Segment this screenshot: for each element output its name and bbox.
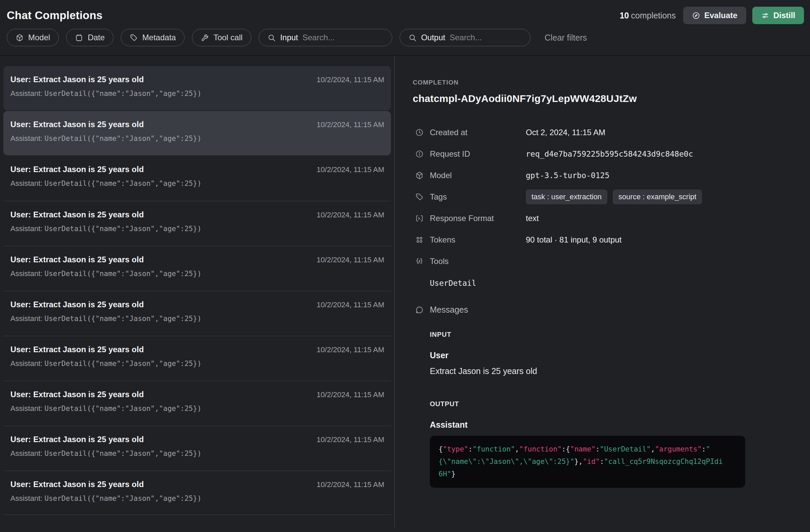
code-token-string: {\"name\":\"Jason\",\"age\":25}" [439,458,574,466]
cube-icon [415,171,424,180]
completion-section-label: COMPLETION [413,79,810,86]
clear-filters-button[interactable]: Clear filters [542,33,589,43]
output-search-label: Output [421,33,445,42]
completion-list-item[interactable]: User: Extract Jason is 25 years oldAssis… [3,381,391,425]
list-item-timestamp: 10/2/2024, 11:15 AM [317,390,384,399]
distill-button[interactable]: Distill [752,7,804,24]
list-item-text: User: Extract Jason is 25 years oldAssis… [11,120,201,143]
code-token-punct: : [596,445,600,453]
filter-tool-call[interactable]: Tool call [192,29,251,46]
detail-value: req_d4e7ba759225b595c584243d9c848e0c [526,150,810,158]
list-item-text: User: Extract Jason is 25 years oldAssis… [11,390,201,413]
filter-metadata[interactable]: Metadata [121,29,184,46]
info-icon [415,150,424,158]
assistant-code: UserDetail({"name":"Jason","age":25}) [44,360,201,368]
filter-model-label: Model [28,33,50,42]
messages-block: INPUT User Extract Jason is 25 years old… [430,331,810,488]
code-token-punct: }, [574,458,583,466]
detail-label: Request ID [430,149,521,159]
filter-bar: Model Date Metadata Tool call Input Outp… [0,26,810,55]
list-item-text: User: Extract Jason is 25 years oldAssis… [11,300,201,323]
list-item-assistant-line: Assistant: UserDetail({"name":"Jason","a… [11,179,201,188]
code-token-string: "UserDetail" [600,445,651,453]
detail-row-response-format: Response Formattext [415,207,810,229]
detail-value: text [526,214,810,223]
code-token-punct: :{ [562,445,570,453]
tag-chips: task : user_extractionsource : example_s… [526,189,810,204]
completion-list-item[interactable]: User: Extract Jason is 25 years oldAssis… [3,336,391,380]
list-item-timestamp: 10/2/2024, 11:15 AM [317,255,384,264]
completion-list-item[interactable]: User: Extract Jason is 25 years oldAssis… [3,246,391,290]
page-header: Chat Completions 10completions Evaluate … [0,0,810,56]
completion-list-item[interactable]: User: Extract Jason is 25 years oldAssis… [3,156,391,200]
completion-list-item[interactable]: User: Extract Jason is 25 years oldAssis… [3,111,391,155]
code-token-string: " [706,445,710,453]
list-item-timestamp: 10/2/2024, 11:15 AM [317,300,384,309]
list-item-text: User: Extract Jason is 25 years oldAssis… [11,210,201,233]
code-line: {"type":"function","function":{"name":"U… [439,443,736,455]
assistant-prefix: Assistant: [11,134,44,143]
filter-date[interactable]: Date [66,29,113,46]
list-item-timestamp: 10/2/2024, 11:15 AM [317,210,384,219]
completion-list-item[interactable]: User: Extract Jason is 25 years oldAssis… [3,291,391,335]
code-token-key: "id" [583,458,600,466]
list-item-user-line: User: Extract Jason is 25 years old [11,390,201,399]
sliders-icon [761,12,770,20]
completions-count: 10completions [620,11,676,20]
list-item-user-line: User: Extract Jason is 25 years old [11,480,201,489]
assistant-prefix: Assistant: [11,494,44,502]
tools-value: UserDetail [430,279,810,287]
detail-row-tools: Tools [415,251,810,272]
code-token-string: 6H" [439,470,451,478]
input-message-text: Extract Jason is 25 years old [430,366,810,376]
cube-icon [15,34,24,42]
output-search[interactable]: Output [400,29,531,46]
list-item-text: User: Extract Jason is 25 years oldAssis… [11,345,201,368]
tag-icon [130,34,138,42]
assistant-prefix: Assistant: [11,179,44,187]
completion-details: Created atOct 2, 2024, 11:15 AMRequest I… [415,122,810,287]
completion-list-item[interactable]: User: Extract Jason is 25 years oldAssis… [3,66,391,110]
code-token-key: "type" [443,445,468,453]
list-item-user-line: User: Extract Jason is 25 years old [11,120,201,129]
input-search[interactable]: Input [259,29,392,46]
assistant-code: UserDetail({"name":"Jason","age":25}) [44,270,201,278]
output-search-field[interactable] [450,33,522,42]
assistant-code: UserDetail({"name":"Jason","age":25}) [44,134,201,143]
code-token-key: "function" [519,445,561,453]
header-actions: 10completions Evaluate Distill [620,7,804,24]
completion-list-item[interactable]: User: Extract Jason is 25 years oldAssis… [3,471,391,515]
completion-list-item[interactable]: User: Extract Jason is 25 years oldAssis… [3,201,391,245]
detail-label: Created at [430,128,521,137]
tag-icon [415,193,424,201]
list-item-timestamp: 10/2/2024, 11:15 AM [317,165,384,174]
completions-list: User: Extract Jason is 25 years oldAssis… [0,66,394,515]
messages-icon [415,305,424,314]
tag-chip: source : example_script [613,189,702,204]
assistant-prefix: Assistant: [11,404,44,413]
filter-model[interactable]: Model [7,29,59,46]
completion-list-item[interactable]: User: Extract Jason is 25 years oldAssis… [3,426,391,470]
main-area: User: Extract Jason is 25 years oldAssis… [0,56,810,527]
assistant-prefix: Assistant: [11,314,44,323]
input-role: User [430,351,810,360]
completions-list-panel: User: Extract Jason is 25 years oldAssis… [0,56,394,527]
code-token-punct: , [515,445,519,453]
input-section-label: INPUT [430,331,810,338]
evaluate-button[interactable]: Evaluate [683,7,746,24]
list-item-timestamp: 10/2/2024, 11:15 AM [317,345,384,354]
list-item-text: User: Extract Jason is 25 years oldAssis… [11,165,201,188]
code-token-punct: , [651,445,655,453]
output-role: Assistant [430,420,810,430]
code-token-key: "name" [570,445,596,453]
code-line: 6H"} [439,468,736,480]
input-search-field[interactable] [302,33,384,42]
detail-value: 90 total · 81 input, 9 output [526,235,810,245]
list-item-assistant-line: Assistant: UserDetail({"name":"Jason","a… [11,359,201,368]
search-icon [408,34,417,42]
detail-row-created-at: Created atOct 2, 2024, 11:15 AM [415,122,810,143]
search-icon [268,34,276,42]
distill-button-label: Distill [774,11,795,20]
assistant-code: UserDetail({"name":"Jason","age":25}) [44,225,201,233]
completions-count-label: completions [631,11,676,20]
